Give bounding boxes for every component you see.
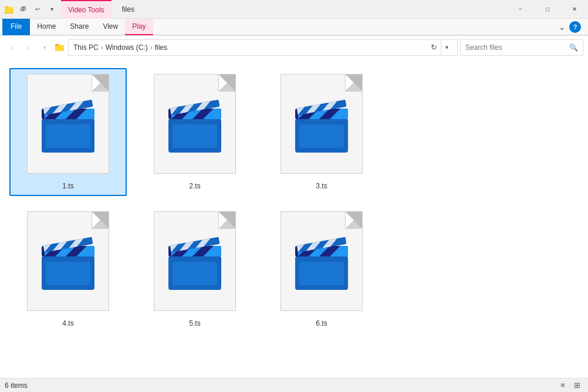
address-dropdown[interactable]: ▾ [441, 39, 452, 56]
list-view-button[interactable]: ≡ [556, 380, 569, 391]
svg-rect-72 [46, 262, 90, 285]
back-button[interactable]: ‹ [5, 40, 19, 55]
maximize-button[interactable]: □ [534, 0, 561, 19]
file-icon-wrapper [21, 74, 115, 180]
file-icon-wrapper [21, 211, 115, 317]
quick-access-dropdown[interactable]: ▾ [46, 4, 58, 15]
tab-file[interactable]: File [2, 19, 30, 35]
address-bar: ‹ › ↑ This PC › Windows (C:) › files ↻ ▾… [0, 36, 588, 59]
tab-view[interactable]: View [96, 19, 125, 35]
forward-button[interactable]: › [21, 40, 35, 55]
doc-corner [346, 212, 362, 228]
file-icon-wrapper [275, 74, 369, 180]
file-label: 1.ts [62, 182, 73, 190]
svg-marker-54 [337, 100, 347, 108]
doc-shape [281, 74, 363, 174]
window-controls: − □ ✕ [507, 0, 588, 19]
svg-marker-20 [84, 100, 93, 108]
window-title: files [115, 5, 141, 13]
doc-shape [154, 74, 236, 174]
file-item[interactable]: 4.ts [9, 205, 127, 333]
address-path-box[interactable]: This PC › Windows (C:) › files ↻ ▾ [68, 39, 458, 56]
file-item[interactable]: 6.ts [263, 205, 380, 333]
svg-marker-88 [211, 237, 220, 245]
folder-small-icon [55, 43, 65, 52]
svg-marker-105 [337, 237, 347, 245]
file-grid: 1.ts [5, 63, 583, 338]
search-input[interactable] [465, 43, 567, 52]
title-bar: 🗊 ↩ ▾ Video Tools files − □ ✕ [0, 0, 588, 19]
svg-rect-38 [173, 124, 217, 148]
grid-view-button[interactable]: ⊞ [570, 380, 583, 391]
svg-rect-21 [46, 124, 90, 148]
doc-shape [27, 211, 109, 311]
file-label: 3.ts [316, 182, 327, 190]
file-label: 5.ts [189, 319, 200, 327]
svg-rect-106 [299, 262, 344, 285]
view-buttons: ≡ ⊞ [556, 380, 583, 391]
video-tools-label: Video Tools [61, 0, 111, 19]
address-path-content: This PC › Windows (C:) › files [73, 43, 427, 52]
doc-shape [281, 211, 363, 311]
svg-rect-89 [173, 262, 217, 285]
item-count: 6 items [5, 381, 28, 390]
refresh-button[interactable]: ↻ [427, 40, 441, 55]
svg-rect-4 [55, 44, 59, 46]
file-icon-wrapper [148, 74, 242, 180]
main-content: 1.ts [0, 59, 588, 378]
file-item[interactable]: 2.ts [136, 68, 254, 196]
svg-rect-55 [299, 124, 344, 148]
quick-access-toolbar: 🗊 ↩ ▾ [18, 4, 58, 15]
file-icon-wrapper [275, 211, 369, 317]
status-bar: 6 items ≡ ⊞ [0, 378, 588, 392]
doc-corner [219, 75, 235, 91]
doc-shape [154, 211, 236, 311]
up-button[interactable]: ↑ [38, 40, 52, 55]
help-button[interactable]: ? [569, 21, 581, 33]
svg-marker-37 [211, 100, 220, 108]
quick-access-btn-2[interactable]: ↩ [32, 4, 43, 15]
tab-play[interactable]: Play [125, 19, 153, 35]
doc-corner [219, 212, 235, 228]
doc-corner [92, 75, 109, 91]
file-label: 4.ts [62, 319, 73, 327]
file-label: 6.ts [316, 319, 327, 327]
file-item[interactable]: 1.ts [9, 68, 127, 196]
quick-access-btn-1[interactable]: 🗊 [18, 4, 29, 15]
svg-rect-2 [5, 7, 13, 13]
doc-shape [27, 74, 109, 174]
doc-corner [92, 212, 109, 228]
file-icon-wrapper [148, 211, 242, 317]
file-item[interactable]: 5.ts [136, 205, 254, 333]
svg-marker-71 [84, 237, 93, 245]
search-box[interactable]: 🔍 [460, 39, 583, 56]
folder-icon [5, 5, 14, 14]
close-button[interactable]: ✕ [561, 0, 588, 19]
title-bar-left: 🗊 ↩ ▾ Video Tools files [5, 0, 141, 19]
ribbon-expand-button[interactable]: ⌄ [555, 20, 569, 34]
ribbon: File Home Share View Play ⌄ ? [0, 19, 588, 36]
tab-home[interactable]: Home [30, 19, 63, 35]
file-label: 2.ts [189, 182, 200, 190]
tab-share[interactable]: Share [63, 19, 96, 35]
search-icon: 🔍 [569, 43, 578, 52]
svg-rect-3 [55, 45, 64, 51]
doc-corner [346, 75, 362, 91]
ribbon-tabs: File Home Share View Play ⌄ ? [0, 19, 588, 35]
minimize-button[interactable]: − [507, 0, 534, 19]
file-item[interactable]: 3.ts [263, 68, 380, 196]
